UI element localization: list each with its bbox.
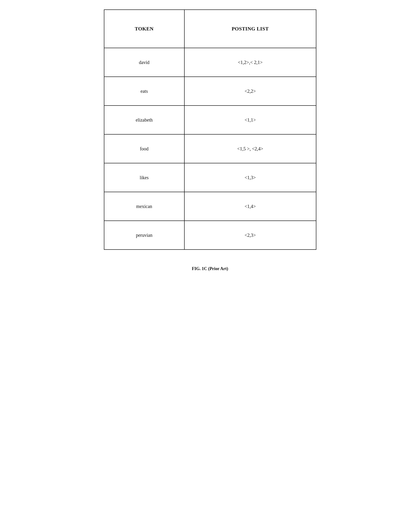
token-cell: peruvian	[104, 221, 185, 249]
table-row: peruvian <2,3>	[104, 221, 316, 249]
posting-value: <1,4>	[245, 204, 256, 209]
posting-value: <1,5 >, <2,4>	[237, 146, 263, 152]
token-cell: david	[104, 48, 185, 76]
index-table: TOKEN POSTING LIST david <1,2>,< 2,1> ea…	[104, 9, 316, 250]
posting-cell: <1,3>	[185, 163, 316, 192]
posting-cell: <2,3>	[185, 221, 316, 249]
header-posting-label: POSTING LIST	[232, 26, 269, 32]
token-cell: mexican	[104, 192, 185, 221]
header-posting-cell: POSTING LIST	[185, 10, 316, 48]
token-value: david	[139, 60, 150, 65]
token-value: elizabeth	[136, 117, 153, 123]
posting-value: <1,1>	[245, 117, 256, 123]
table-row: eats <2,2>	[104, 77, 316, 106]
table-row: likes <1,3>	[104, 163, 316, 192]
posting-cell: <1,4>	[185, 192, 316, 221]
posting-cell: <1,5 >, <2,4>	[185, 134, 316, 163]
token-value: peruvian	[136, 232, 152, 238]
token-value: mexican	[136, 204, 152, 209]
table-row: david <1,2>,< 2,1>	[104, 48, 316, 77]
posting-cell: <2,2>	[185, 77, 316, 105]
posting-value: <1,2>,< 2,1>	[238, 60, 262, 65]
table-row: food <1,5 >, <2,4>	[104, 134, 316, 163]
table-row: elizabeth <1,1>	[104, 106, 316, 134]
header-token-cell: TOKEN	[104, 10, 185, 48]
header-token-label: TOKEN	[135, 26, 154, 32]
posting-value: <1,3>	[245, 175, 256, 180]
posting-cell: <1,1>	[185, 106, 316, 134]
table-row: mexican <1,4>	[104, 192, 316, 221]
token-cell: likes	[104, 163, 185, 192]
page-container: TOKEN POSTING LIST david <1,2>,< 2,1> ea…	[104, 9, 316, 271]
posting-cell: <1,2>,< 2,1>	[185, 48, 316, 76]
figure-caption: FIG. 1C (Prior Art)	[192, 266, 228, 271]
token-cell: eats	[104, 77, 185, 105]
token-cell: elizabeth	[104, 106, 185, 134]
token-value: food	[140, 146, 149, 152]
token-value: likes	[140, 175, 149, 180]
token-cell: food	[104, 134, 185, 163]
table-header-row: TOKEN POSTING LIST	[104, 10, 316, 48]
posting-value: <2,3>	[245, 232, 256, 238]
token-value: eats	[141, 89, 148, 94]
posting-value: <2,2>	[245, 89, 256, 94]
